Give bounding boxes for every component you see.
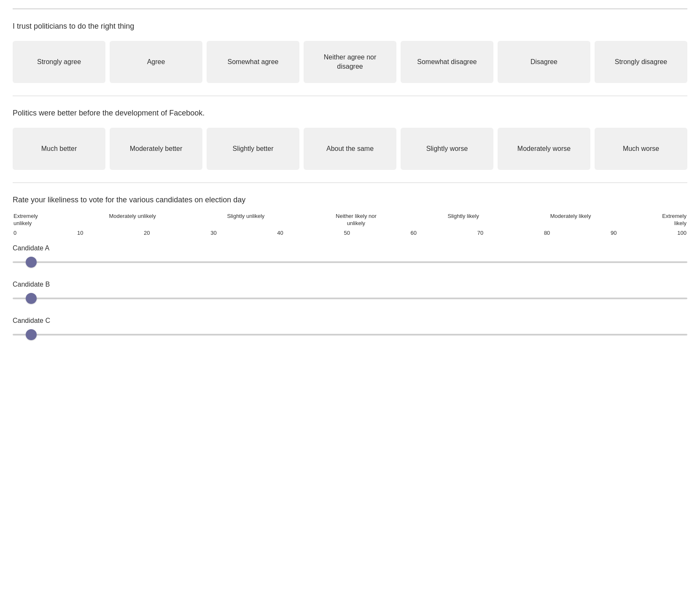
- candidate-c-slider-wrapper: [13, 329, 687, 341]
- scale-num-100: 100: [677, 230, 687, 236]
- option-slightly-better[interactable]: Slightly better: [207, 128, 299, 170]
- option-neither-agree-nor-disagree[interactable]: Neither agree nor disagree: [304, 41, 396, 83]
- option-slightly-worse[interactable]: Slightly worse: [401, 128, 493, 170]
- option-much-better[interactable]: Much better: [13, 128, 105, 170]
- scale-label-moderately-likely: Moderately likely: [550, 213, 591, 227]
- question-2-options: Much better Moderately better Slightly b…: [13, 128, 687, 170]
- option-moderately-worse[interactable]: Moderately worse: [498, 128, 590, 170]
- question-1-text: I trust politicians to do the right thin…: [13, 22, 687, 31]
- option-disagree[interactable]: Disagree: [498, 41, 590, 83]
- question-2-text: Politics were better before the developm…: [13, 109, 687, 118]
- scale-label-extremely-unlikely: Extremelyunlikely: [13, 213, 38, 227]
- candidate-b-slider-wrapper: [13, 293, 687, 304]
- candidate-b-label: Candidate B: [13, 281, 687, 288]
- scale-labels-header: Extremelyunlikely Moderately unlikely Sl…: [13, 213, 687, 227]
- scale-num-60: 60: [411, 230, 417, 236]
- scale-num-0: 0: [13, 230, 16, 236]
- option-somewhat-disagree[interactable]: Somewhat disagree: [401, 41, 493, 83]
- candidate-b-slider[interactable]: [13, 298, 687, 299]
- candidate-c-block: Candidate C: [13, 317, 687, 341]
- candidate-a-block: Candidate A: [13, 244, 687, 268]
- question-2-section: Politics were better before the developm…: [13, 96, 687, 183]
- option-somewhat-agree[interactable]: Somewhat agree: [207, 41, 299, 83]
- candidate-a-slider-wrapper: [13, 256, 687, 268]
- option-strongly-disagree[interactable]: Strongly disagree: [595, 41, 687, 83]
- question-1-options: Strongly agree Agree Somewhat agree Neit…: [13, 41, 687, 83]
- candidate-b-block: Candidate B: [13, 281, 687, 304]
- candidate-a-label: Candidate A: [13, 244, 687, 252]
- scale-label-neither: Neither likely norunlikely: [336, 213, 377, 227]
- scale-num-70: 70: [477, 230, 483, 236]
- question-1-section: I trust politicians to do the right thin…: [13, 9, 687, 96]
- scale-num-30: 30: [210, 230, 216, 236]
- option-about-the-same[interactable]: About the same: [304, 128, 396, 170]
- option-moderately-better[interactable]: Moderately better: [110, 128, 202, 170]
- option-much-worse[interactable]: Much worse: [595, 128, 687, 170]
- scale-label-slightly-unlikely: Slightly unlikely: [227, 213, 264, 227]
- candidate-c-slider[interactable]: [13, 334, 687, 336]
- candidate-a-slider[interactable]: [13, 261, 687, 263]
- scale-num-80: 80: [544, 230, 550, 236]
- scale-num-20: 20: [144, 230, 150, 236]
- scale-num-50: 50: [344, 230, 350, 236]
- scale-num-90: 90: [611, 230, 617, 236]
- option-agree[interactable]: Agree: [110, 41, 202, 83]
- scale-num-10: 10: [77, 230, 83, 236]
- scale-label-extremely-likely: Extremelylikely: [662, 213, 687, 227]
- question-3-section: Rate your likeliness to vote for the var…: [13, 183, 687, 357]
- option-strongly-agree[interactable]: Strongly agree: [13, 41, 105, 83]
- question-3-text: Rate your likeliness to vote for the var…: [13, 196, 687, 204]
- scale-label-moderately-unlikely: Moderately unlikely: [109, 213, 156, 227]
- scale-numbers-row: 0 10 20 30 40 50 60 70 80 90 100: [13, 230, 687, 236]
- scale-label-slightly-likely: Slightly likely: [448, 213, 479, 227]
- scale-num-40: 40: [277, 230, 283, 236]
- candidate-c-label: Candidate C: [13, 317, 687, 325]
